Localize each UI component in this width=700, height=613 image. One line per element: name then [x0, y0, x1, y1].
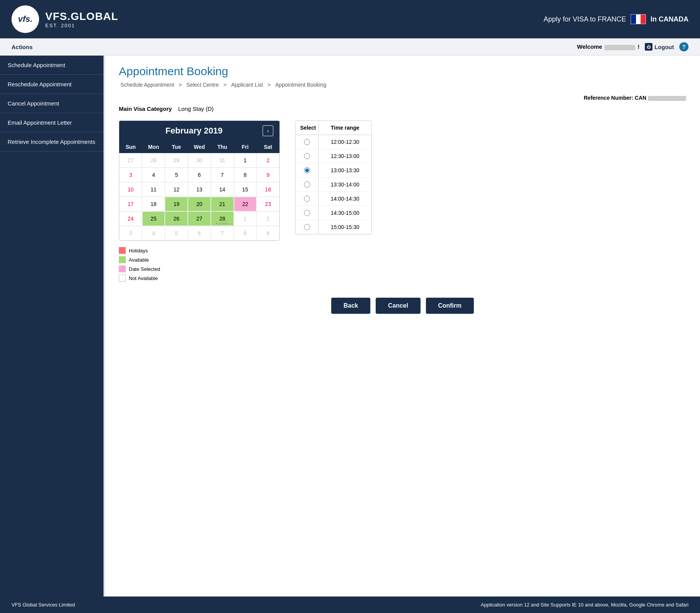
calendar-cell[interactable]: 7 — [211, 168, 234, 182]
username-blurred — [605, 45, 635, 50]
time-slot-row: 13:00-13:30 — [296, 163, 371, 178]
content-area: Appointment Booking Schedule Appointment… — [104, 56, 700, 597]
reference-number: Reference Number: CAN — [119, 95, 686, 101]
calendar-cell[interactable]: 16 — [256, 182, 279, 197]
calendar-cell[interactable]: 19 — [165, 197, 188, 211]
calendar-cell[interactable]: 15 — [234, 182, 257, 197]
day-tue: Tue — [165, 141, 188, 153]
logo-circle: vfs. — [12, 5, 39, 33]
calendar-cell[interactable]: 22 — [234, 197, 257, 211]
calendar-cell[interactable]: 17 — [119, 197, 142, 211]
calendar-cell[interactable]: 6 — [188, 168, 211, 182]
time-slot-radio[interactable] — [304, 181, 310, 188]
calendar-cell[interactable]: 11 — [142, 182, 165, 197]
calendar-cell[interactable]: 10 — [119, 182, 142, 197]
actions-label: Actions — [12, 44, 33, 50]
time-slot-select[interactable] — [296, 149, 319, 163]
calendar-grid: 2728293031123456789101112131415161718192… — [119, 153, 279, 241]
time-slot-range: 12:30-13:00 — [319, 149, 371, 163]
time-slot-radio[interactable] — [304, 167, 310, 173]
sidebar-item-schedule[interactable]: Schedule Appointment — [0, 56, 104, 75]
time-slot-range: 15:00-15:30 — [319, 220, 371, 234]
header-right: Apply for VISA to FRANCE In CANADA — [544, 14, 688, 24]
calendar-cell[interactable]: 3 — [119, 168, 142, 182]
calendar-cell[interactable]: 27 — [188, 211, 211, 226]
calendar-cell[interactable]: 5 — [165, 168, 188, 182]
legend-available-label: Available — [129, 257, 149, 263]
calendar-cell: 3 — [119, 226, 142, 241]
calendar-cell[interactable]: 1 — [234, 153, 257, 168]
header: vfs. VFS.GLOBAL EST. 2001 Apply for VISA… — [0, 0, 700, 38]
time-slot-radio[interactable] — [304, 153, 310, 159]
calendar-cell[interactable]: 18 — [142, 197, 165, 211]
breadcrumb-centre: Select Centre — [186, 82, 219, 88]
help-button[interactable]: ? — [679, 42, 688, 51]
sidebar-item-cancel[interactable]: Cancel Appointment — [0, 94, 104, 113]
calendar-cell[interactable]: 14 — [211, 182, 234, 197]
day-thu: Thu — [211, 141, 234, 153]
calendar-cell: 30 — [188, 153, 211, 168]
calendar-cell[interactable]: 24 — [119, 211, 142, 226]
footer: VFS Global Services Limited Application … — [0, 597, 700, 613]
calendar-cell[interactable]: 2 — [256, 153, 279, 168]
time-slot-select[interactable] — [296, 163, 319, 177]
time-slot-select[interactable] — [296, 178, 319, 191]
time-table: Select Time range 12:00-12:3012:30-13:00… — [295, 120, 372, 234]
calendar-header: February 2019 › — [119, 121, 279, 141]
calendar-cell[interactable]: 9 — [256, 168, 279, 182]
time-slot-select[interactable] — [296, 135, 319, 149]
day-sun: Sun — [119, 141, 142, 153]
legend-holidays-label: Holidays — [129, 248, 148, 254]
time-slot-radio[interactable] — [304, 139, 310, 145]
back-button[interactable]: Back — [331, 298, 370, 314]
time-slot-range: 14:30-15:00 — [319, 206, 371, 220]
time-slot-radio[interactable] — [304, 210, 310, 216]
calendar-cell: 6 — [188, 226, 211, 241]
calendar-cell[interactable]: 8 — [234, 168, 257, 182]
time-slot-row: 13:30-14:00 — [296, 178, 371, 192]
sub-header: Actions Welcome ! ⏻ Logout ? — [0, 38, 700, 56]
calendar: February 2019 › Sun Mon Tue Wed Thu Fri … — [119, 120, 280, 241]
calendar-cell[interactable]: 21 — [211, 197, 234, 211]
time-slot-select[interactable] — [296, 192, 319, 206]
logo-text-block: VFS.GLOBAL EST. 2001 — [45, 10, 118, 28]
calendar-days-header: Sun Mon Tue Wed Thu Fri Sat — [119, 141, 279, 153]
calendar-cell: 31 — [211, 153, 234, 168]
calendar-cell[interactable]: 4 — [142, 168, 165, 182]
calendar-cell[interactable]: 26 — [165, 211, 188, 226]
est-label: EST. 2001 — [45, 23, 118, 28]
sidebar-item-retrieve[interactable]: Retrieve Incomplete Appointments — [0, 132, 104, 152]
calendar-cell[interactable]: 12 — [165, 182, 188, 197]
time-table-header: Select Time range — [296, 121, 371, 135]
calendar-cell: 4 — [142, 226, 165, 241]
flag-white — [636, 15, 641, 24]
page-title: Appointment Booking — [119, 65, 686, 78]
brand-name: VFS.GLOBAL — [45, 10, 118, 23]
time-slot-row: 12:30-13:00 — [296, 149, 371, 163]
welcome-text: Welcome ! — [577, 43, 639, 50]
calendar-cell[interactable]: 20 — [188, 197, 211, 211]
breadcrumb-sep1: > — [179, 82, 183, 88]
footer-left: VFS Global Services Limited — [12, 602, 75, 608]
in-country-text: In CANADA — [651, 15, 688, 23]
calendar-cell[interactable]: 28● pvtistes — [211, 211, 234, 226]
day-sat: Sat — [256, 141, 279, 153]
confirm-button[interactable]: Confirm — [426, 298, 474, 314]
calendar-cell[interactable]: 13 — [188, 182, 211, 197]
legend-available: Available — [119, 256, 280, 263]
calendar-next-button[interactable]: › — [263, 125, 273, 136]
time-slot-radio[interactable] — [304, 224, 310, 230]
time-slot-select[interactable] — [296, 206, 319, 220]
breadcrumb-sep3: > — [268, 82, 272, 88]
cancel-button[interactable]: Cancel — [376, 298, 420, 314]
logout-button[interactable]: ⏻ Logout — [645, 43, 674, 51]
sidebar-item-reschedule[interactable]: Reschedule Appointment — [0, 75, 104, 94]
time-slot-select[interactable] — [296, 220, 319, 234]
calendar-cell[interactable]: 25 — [142, 211, 165, 226]
time-slot-row: 14:00-14:30 — [296, 192, 371, 206]
time-slot-radio[interactable] — [304, 196, 310, 202]
calendar-cell[interactable]: 23 — [256, 197, 279, 211]
calendar-cell: 8 — [234, 226, 257, 241]
flag-blue — [631, 15, 636, 24]
sidebar-item-email[interactable]: Email Appointment Letter — [0, 113, 104, 132]
